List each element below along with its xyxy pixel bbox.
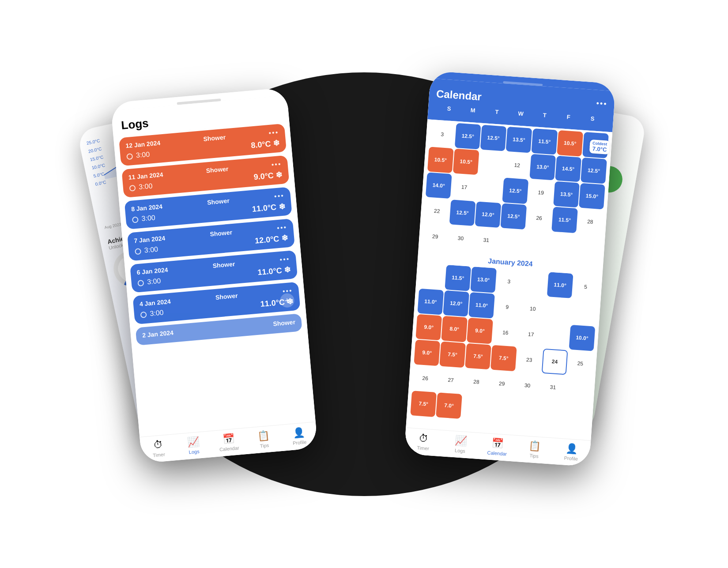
- calendar-icon-right: 📅: [491, 437, 504, 450]
- log-type-5: Shower: [215, 292, 238, 301]
- timer-icon: ⏱: [152, 439, 163, 451]
- profile-icon-left: 👤: [292, 426, 305, 439]
- tcell-3-2: 12.0°: [475, 201, 501, 228]
- log-dots-1: •••: [271, 160, 282, 169]
- bcell-4-2: 28: [463, 369, 490, 395]
- bcell-0-6: 5: [572, 274, 599, 300]
- top-cal-grid: 3 12.5° 12.5° 13.5° 11.5° 10.5° 11.5° 10…: [422, 121, 608, 260]
- clock-icon-3: [135, 248, 141, 255]
- bcell-2-4: 17: [517, 321, 544, 347]
- nav-timer-label-right: Timer: [416, 445, 429, 451]
- logs-title: Logs: [121, 116, 149, 132]
- bcell-4-3: 29: [488, 370, 515, 397]
- phone-logs: Logs 12 Jan 2024 Shower ••• 3:00: [110, 87, 318, 463]
- tcell-0-2: 12.5°: [480, 124, 506, 151]
- bcell-4-0: 26: [412, 365, 438, 391]
- day-t1: T: [484, 108, 509, 116]
- nav-logs-left[interactable]: 📈 Logs: [175, 435, 211, 456]
- log-date-4: 6 Jan 2024: [136, 266, 168, 276]
- coldest-badge: Coldest 7.0°C: [589, 139, 610, 154]
- calendar-dots: •••: [596, 98, 607, 109]
- tcell-2-5: 13.5°: [553, 181, 580, 207]
- bcell-1-0: 11.0°: [417, 288, 444, 315]
- snowflake-1: ❄: [275, 170, 283, 179]
- logs-icon-right: 📈: [454, 435, 467, 447]
- tcell-2-4: 19: [528, 179, 554, 206]
- log-dots-4: •••: [279, 255, 290, 263]
- bcell-5-2: [461, 394, 488, 421]
- log-temp-3: 12.0°C ❄: [254, 233, 288, 245]
- nav-tips-label-left: Tips: [260, 442, 269, 448]
- bcell-3-2: 7.5°: [465, 343, 491, 369]
- clock-icon-0: [126, 153, 133, 159]
- tcell-2-0: 14.0°: [425, 172, 452, 199]
- tcell-3-0: 22: [423, 198, 450, 224]
- tcell-0-1: 12.5°: [454, 123, 481, 149]
- clock-icon-2: [132, 216, 138, 223]
- nav-tips-left[interactable]: 📋 Tips: [245, 429, 282, 450]
- nav-calendar-left[interactable]: 📅 Calendar: [210, 432, 247, 453]
- log-time-5: 3:00: [140, 308, 164, 319]
- tcell-1-0: 10.5°: [427, 147, 453, 173]
- tcell-2-2: [476, 176, 503, 202]
- clock-icon-1: [129, 184, 136, 191]
- day-s1: S: [437, 104, 461, 113]
- bcell-3-4: 23: [516, 346, 542, 373]
- bcell-0-0: [419, 263, 445, 289]
- bcell-4-1: 27: [438, 367, 464, 393]
- day-f: F: [556, 113, 581, 121]
- log-time-0: 3:00: [126, 150, 150, 160]
- bcell-1-4: 10: [519, 295, 546, 322]
- bottom-cal-grid: 11.5° 13.0° 3 11.0° 5 11.0° 12.0° 11.0° …: [410, 263, 599, 427]
- log-date-0: 12 Jan 2024: [125, 139, 160, 149]
- log-type-2: Shower: [207, 197, 230, 206]
- log-type-1: Shower: [206, 165, 229, 174]
- tcell-3-1: 12.5°: [449, 199, 475, 226]
- bcell-0-2: 13.0°: [470, 266, 497, 293]
- tcell-1-4: 13.0°: [529, 154, 556, 180]
- bcell-0-1: 11.5°: [445, 264, 471, 291]
- bcell-4-6: [565, 376, 592, 402]
- log-type-6: Shower: [272, 318, 295, 327]
- log-type-4: Shower: [212, 260, 235, 269]
- calendar-screen: Calendar ••• S M T W T F S 3 12.5°: [404, 71, 616, 466]
- tcell-4-2: 31: [473, 227, 499, 253]
- day-m: M: [460, 106, 485, 114]
- tcell-2-6: 15.0°: [579, 183, 605, 209]
- bcell-3-5-today: 24: [541, 348, 568, 375]
- nav-tips-right[interactable]: 📋 Tips: [515, 439, 554, 459]
- calendar-icon-left: 📅: [222, 433, 234, 445]
- log-time-4: 3:00: [137, 277, 161, 287]
- log-time-3: 3:00: [134, 245, 158, 255]
- log-time-1: 3:00: [129, 182, 153, 192]
- profile-icon-right: 👤: [565, 442, 578, 455]
- log-type-0: Shower: [203, 133, 226, 142]
- bcell-3-3: 7.5°: [490, 345, 517, 371]
- bcell-0-3: 3: [496, 268, 522, 295]
- snowflake-4: ❄: [283, 265, 291, 274]
- nav-timer-left[interactable]: ⏱ Timer: [140, 438, 177, 459]
- tcell-0-4: 11.5°: [531, 128, 558, 154]
- nav-calendar-right[interactable]: 📅 Calendar: [478, 436, 517, 457]
- tcell-1-3: 12: [504, 152, 530, 178]
- nav-logs-right[interactable]: 📈 Logs: [441, 434, 479, 455]
- bcell-2-6: 10.0°: [569, 324, 595, 351]
- log-temp-4: 11.0°C ❄: [257, 264, 291, 277]
- nav-calendar-label-left: Calendar: [219, 445, 239, 452]
- log-date-5: 4 Jan 2024: [139, 297, 171, 307]
- log-dots-2: •••: [274, 192, 284, 200]
- bcell-4-5: 31: [539, 374, 566, 400]
- bcell-1-3: 9: [494, 293, 521, 320]
- scene: 25.0°C 20.0°C 15.0°C 10.0°C 5.0°C 0.0°C …: [99, 41, 629, 527]
- bcell-3-0: 9.0°: [414, 339, 440, 366]
- log-date-1: 11 Jan 2024: [128, 171, 163, 181]
- nav-calendar-label-right: Calendar: [487, 450, 507, 456]
- bcell-0-4: [521, 270, 547, 297]
- bcell-2-5: [543, 323, 570, 349]
- tcell-1-2: [478, 150, 505, 177]
- log-dots-0: •••: [268, 128, 279, 137]
- tips-icon-right: 📋: [528, 440, 541, 452]
- bcell-1-6: [570, 299, 597, 326]
- nav-profile-right[interactable]: 👤 Profile: [552, 441, 591, 462]
- log-date-2: 8 Jan 2024: [131, 203, 162, 212]
